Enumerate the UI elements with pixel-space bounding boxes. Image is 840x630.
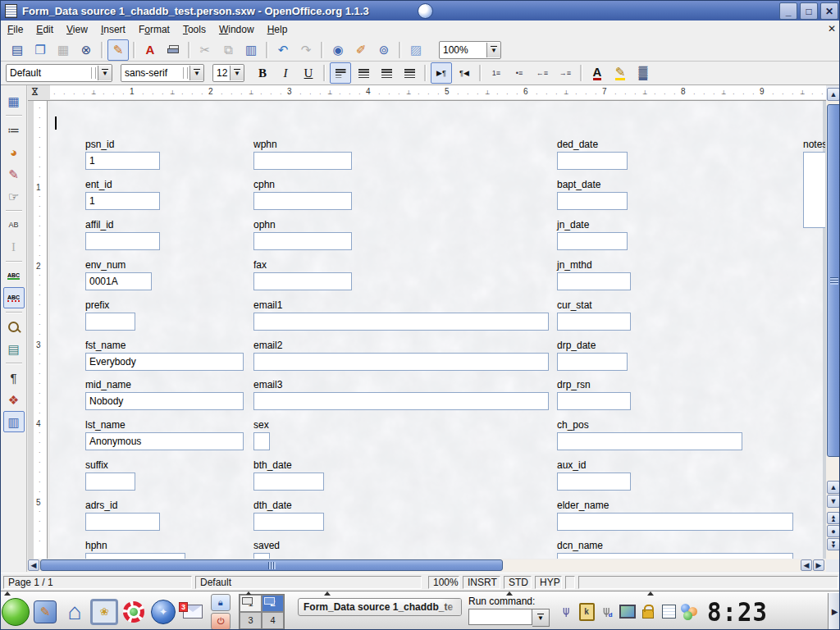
- menu-help[interactable]: Help: [261, 22, 294, 37]
- style-dropdown-icon[interactable]: ▼: [98, 66, 112, 80]
- field-sex[interactable]: [253, 432, 270, 450]
- field-drp_date[interactable]: [557, 353, 628, 371]
- email-launcher[interactable]: 3: [178, 596, 208, 628]
- align-left-button[interactable]: [330, 62, 351, 84]
- size-dropdown-icon[interactable]: ▼: [230, 66, 244, 80]
- file-manager-launcher[interactable]: ❀: [89, 596, 119, 628]
- tab-type-selector-icon[interactable]: ⋈: [30, 87, 40, 96]
- field-fax[interactable]: [253, 272, 352, 290]
- menu-window[interactable]: Window: [212, 22, 261, 37]
- title-bar[interactable]: Form_Data source 1_chaddb_test.person.sx…: [1, 1, 840, 21]
- document-page[interactable]: psn_ident_idaffil_idenv_numprefixfst_nam…: [50, 101, 825, 559]
- edit-file-button[interactable]: ✎: [107, 39, 129, 61]
- previous-page-icon[interactable]: ▲▲: [827, 512, 840, 524]
- panel-hide-button[interactable]: ▶: [828, 593, 840, 630]
- selection-mode-status[interactable]: STD: [504, 576, 532, 589]
- scroll-left-icon[interactable]: ◀: [28, 559, 39, 571]
- menu-tools[interactable]: Tools: [176, 22, 212, 37]
- field-hphn[interactable]: [85, 553, 185, 559]
- field-email1[interactable]: [253, 313, 549, 331]
- stop-loading-button[interactable]: ⊗: [75, 39, 97, 61]
- new-document-button[interactable]: ▤: [7, 39, 28, 61]
- page-status[interactable]: Page 1 / 1: [3, 576, 192, 589]
- tray-plug-icon[interactable]: ⋔: [558, 604, 574, 620]
- font-name-combobox[interactable]: sans-serif ▼: [121, 64, 204, 82]
- right-to-left-button[interactable]: ¶◀: [454, 62, 475, 84]
- bullets-toggle-button[interactable]: •≡: [509, 62, 530, 84]
- insert-mode-status[interactable]: INSRT: [463, 576, 500, 589]
- font-size-combobox[interactable]: 12 ▼: [212, 64, 244, 82]
- align-right-button[interactable]: [376, 62, 397, 84]
- menu-insert[interactable]: Insert: [94, 22, 132, 37]
- form-functions-button[interactable]: ☞: [3, 185, 25, 207]
- zoom-combobox[interactable]: 100% ▼: [439, 41, 501, 59]
- find-replace-button[interactable]: [3, 316, 25, 337]
- paste-button[interactable]: ▥: [240, 39, 262, 61]
- print-button[interactable]: [162, 39, 184, 61]
- logout-button[interactable]: ⏻︎: [211, 613, 231, 630]
- graphics-on-off-button[interactable]: ❖: [3, 389, 25, 410]
- field-wphn[interactable]: [253, 152, 352, 170]
- field-email3[interactable]: [253, 392, 549, 410]
- tray-display-icon[interactable]: [619, 604, 636, 620]
- field-suffix[interactable]: [85, 472, 135, 491]
- home-folder-launcher[interactable]: ⌂: [60, 596, 89, 628]
- autospellcheck-button[interactable]: ABC: [3, 287, 25, 308]
- text-editor-launcher[interactable]: ✎: [30, 596, 60, 628]
- taskbar-window-button[interactable]: Form_Data source 1_chaddb_te: [298, 598, 462, 616]
- workspace-3[interactable]: 3: [240, 612, 262, 629]
- show-draw-functions-button[interactable]: ✎: [3, 163, 25, 185]
- export-pdf-button[interactable]: A: [139, 39, 161, 61]
- scroll-down-icon[interactable]: ▼: [827, 495, 840, 508]
- tray-packages-icon[interactable]: [681, 604, 697, 620]
- insert-table-button[interactable]: ▦: [3, 90, 25, 112]
- spellcheck-button[interactable]: ABC: [3, 265, 25, 286]
- tray-klipper-icon[interactable]: k: [578, 604, 595, 620]
- next-page-icon[interactable]: ▼▼: [827, 538, 840, 550]
- field-cur_stat[interactable]: [557, 313, 631, 331]
- close-button[interactable]: ✕: [820, 2, 838, 20]
- field-fst_name[interactable]: [85, 353, 244, 371]
- highlighting-button[interactable]: ✎: [609, 62, 631, 84]
- run-dropdown-icon[interactable]: ▼: [532, 609, 550, 627]
- vertical-scrollbar[interactable]: ▲ ▲ ▼ ▲▲ ● ▼▼: [826, 85, 840, 559]
- workspace-4[interactable]: 4: [262, 612, 284, 629]
- menu-view[interactable]: View: [60, 22, 94, 37]
- style-status[interactable]: Default: [195, 576, 422, 589]
- edit-autotext-button[interactable]: AB: [3, 214, 25, 235]
- web-browser-launcher[interactable]: ✦: [148, 596, 178, 628]
- field-jn_date[interactable]: [557, 232, 628, 250]
- field-cphn[interactable]: [253, 192, 352, 210]
- field-bth_date[interactable]: [253, 472, 324, 491]
- field-prefix[interactable]: [85, 313, 135, 331]
- close-document-icon[interactable]: ✕: [828, 23, 836, 34]
- paragraph-style-combobox[interactable]: Default ▼: [6, 64, 112, 82]
- left-to-right-button[interactable]: ▶¶: [431, 62, 452, 84]
- data-sources-button[interactable]: ▤: [3, 338, 25, 359]
- font-color-button[interactable]: A: [587, 62, 608, 84]
- italic-button[interactable]: I: [275, 62, 296, 84]
- navigator-button[interactable]: ⊚: [373, 39, 395, 61]
- panel-clock[interactable]: 8:23: [707, 596, 768, 627]
- scroll-right-icon[interactable]: ▶: [813, 559, 824, 571]
- bold-button[interactable]: B: [252, 62, 273, 84]
- undo-button[interactable]: ↶: [272, 39, 294, 61]
- field-saved[interactable]: [253, 553, 270, 559]
- field-adrs_id[interactable]: [85, 513, 160, 531]
- field-drp_rsn[interactable]: [557, 392, 631, 410]
- zoom-status[interactable]: 100%: [428, 576, 459, 589]
- help-center-launcher[interactable]: [119, 596, 148, 628]
- menu-edit[interactable]: Edit: [30, 22, 60, 37]
- field-jn_mthd[interactable]: [557, 272, 631, 290]
- decrease-indent-button[interactable]: ←≡: [532, 62, 553, 84]
- field-notes[interactable]: [803, 152, 825, 228]
- zoom-dropdown-icon[interactable]: ▼: [486, 43, 500, 57]
- nonprinting-characters-button[interactable]: ¶: [3, 367, 25, 388]
- field-elder_name[interactable]: [557, 513, 793, 531]
- justify-button[interactable]: [399, 62, 420, 84]
- field-lst_name[interactable]: [85, 432, 244, 450]
- field-email2[interactable]: [253, 353, 549, 371]
- hyperlink-mode-status[interactable]: HYP: [535, 576, 562, 589]
- field-ded_date[interactable]: [557, 152, 628, 170]
- workspace-1[interactable]: 1: [240, 595, 262, 612]
